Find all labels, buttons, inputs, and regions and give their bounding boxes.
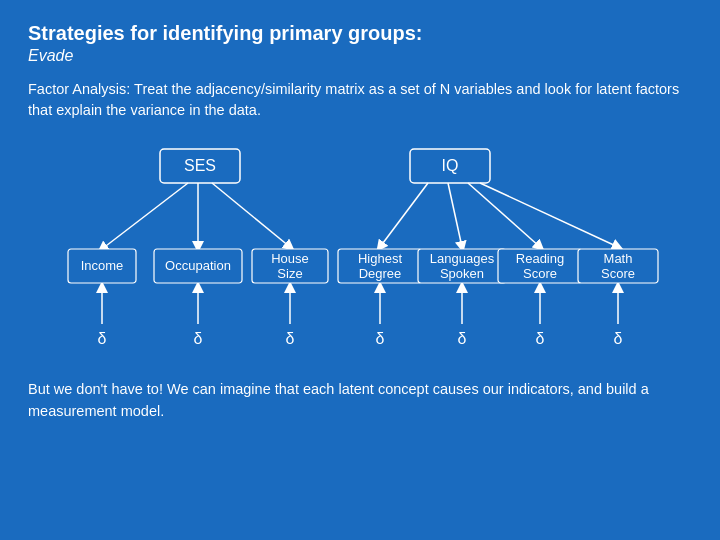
svg-line-6: [448, 183, 462, 247]
svg-text:House: House: [271, 251, 309, 266]
delta-1: δ: [98, 330, 107, 347]
slide: Strategies for identifying primary group…: [0, 0, 720, 540]
delta-4: δ: [376, 330, 385, 347]
iq-label: IQ: [442, 157, 459, 174]
svg-text:Reading: Reading: [516, 251, 564, 266]
diagram: SES IQ: [28, 139, 692, 369]
svg-text:Languages: Languages: [430, 251, 495, 266]
subtitle: Evade: [28, 47, 692, 65]
highest-degree-label: Degree: [359, 266, 402, 281]
page-title: Strategies for identifying primary group…: [28, 22, 692, 45]
delta-6: δ: [536, 330, 545, 347]
svg-line-8: [480, 183, 618, 247]
math-score-label: Score: [601, 266, 635, 281]
delta-2: δ: [194, 330, 203, 347]
occupation-label: Occupation: [165, 258, 231, 273]
languages-label: Spoken: [440, 266, 484, 281]
svg-line-2: [102, 183, 188, 249]
svg-line-4: [212, 183, 290, 247]
svg-line-7: [468, 183, 540, 247]
svg-text:Math: Math: [604, 251, 633, 266]
description: Factor Analysis: Treat the adjacency/sim…: [28, 79, 692, 121]
bottom-text: But we don't have to! We can imagine tha…: [28, 379, 692, 423]
delta-3: δ: [286, 330, 295, 347]
svg-line-5: [380, 183, 428, 247]
reading-score-label: Score: [523, 266, 557, 281]
svg-text:Highest: Highest: [358, 251, 402, 266]
income-label: Income: [81, 258, 124, 273]
delta-5: δ: [458, 330, 467, 347]
delta-7: δ: [614, 330, 623, 347]
ses-label: SES: [184, 157, 216, 174]
house-size-label: Size: [277, 266, 302, 281]
